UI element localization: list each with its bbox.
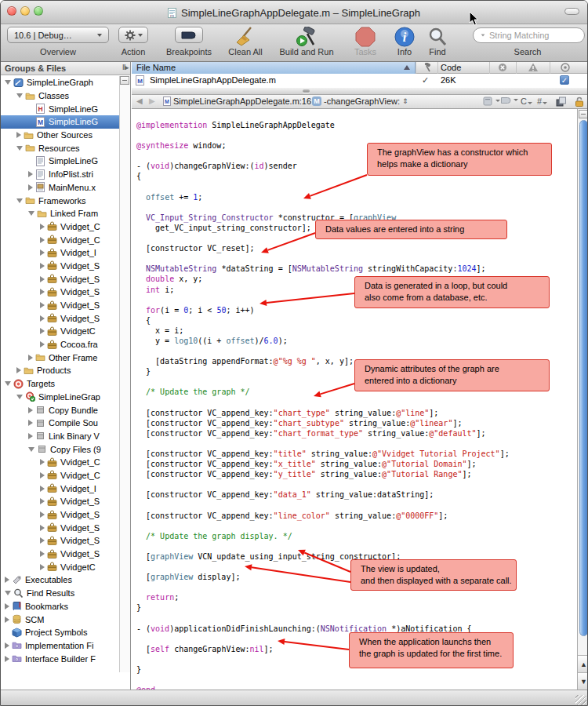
disclosure-triangle-icon[interactable] — [16, 132, 21, 138]
disclosure-triangle-icon[interactable] — [5, 642, 9, 649]
disclosure-triangle-icon[interactable] — [40, 525, 45, 531]
scrollbar-thumb[interactable] — [579, 120, 588, 636]
disclosure-triangle-icon[interactable] — [16, 367, 21, 373]
sidebar-item-simplelineg[interactable]: SimpleLineG — [1, 155, 119, 168]
action-button[interactable] — [118, 27, 148, 43]
disclosure-triangle-icon[interactable] — [40, 511, 45, 518]
breakpoints-menu[interactable] — [500, 96, 518, 104]
pane-splitter[interactable] — [132, 88, 588, 95]
disclosure-triangle-icon[interactable] — [16, 93, 23, 98]
sidebar-item-classes[interactable]: Classes — [1, 89, 119, 103]
class-hierarchy-menu[interactable]: C — [521, 96, 532, 106]
sidebar-item-copy-files-9[interactable]: Copy Files (9 — [1, 442, 119, 456]
sidebar-item-vvidget-s[interactable]: Vvidget_S — [1, 521, 119, 534]
code-column-header[interactable]: Code — [441, 63, 461, 72]
disclosure-triangle-icon[interactable] — [5, 656, 9, 662]
forward-button[interactable]: ▶ — [149, 96, 155, 105]
sidebar-item-vvidget-s[interactable]: Vvidget_S — [1, 272, 119, 286]
splitter-dimple[interactable] — [303, 89, 310, 93]
target-column-header[interactable] — [561, 63, 570, 74]
disclosure-triangle-icon[interactable] — [28, 171, 33, 177]
disclosure-triangle-icon[interactable] — [40, 328, 45, 334]
sidebar-split-button[interactable] — [120, 76, 129, 85]
disclosure-triangle-icon[interactable] — [28, 211, 34, 216]
sidebar-item-vvidgetc[interactable]: VvidgetC — [1, 325, 119, 338]
sidebar-item-vvidget-s[interactable]: Vvidget_S — [1, 495, 119, 508]
warnings-column-header[interactable] — [528, 63, 539, 74]
sidebar-item-cocoa-fra[interactable]: Cocoa.fra — [1, 338, 119, 351]
disclosure-triangle-icon[interactable] — [5, 603, 9, 610]
search-field[interactable] — [473, 27, 585, 43]
sidebar-item-products[interactable]: Products — [1, 364, 119, 377]
symbol-popup[interactable]: M -changeGraphView: ⇕ — [312, 96, 408, 106]
scroll-down-arrow[interactable]: ▼ — [578, 672, 588, 690]
disclosure-triangle-icon[interactable] — [28, 184, 33, 191]
disclosure-triangle-icon[interactable] — [40, 472, 45, 479]
errors-column-header[interactable] — [498, 63, 507, 74]
disclosure-triangle-icon[interactable] — [28, 355, 33, 361]
disclosure-triangle-icon[interactable] — [40, 249, 45, 256]
disclosure-triangle-icon[interactable] — [16, 198, 23, 203]
disclosure-triangle-icon[interactable] — [40, 459, 45, 465]
disclosure-triangle-icon[interactable] — [5, 617, 9, 623]
disclosure-triangle-icon[interactable] — [40, 551, 45, 557]
sidebar-item-infoplist-stri[interactable]: InfoPlist.stri — [1, 168, 119, 181]
breakpoints-button[interactable] — [175, 27, 203, 43]
includes-menu[interactable]: # — [537, 96, 547, 106]
disclosure-triangle-icon[interactable] — [40, 537, 45, 544]
bookmarks-menu[interactable] — [483, 96, 500, 106]
sidebar-item-vvidget-s[interactable]: Vvidget_S — [1, 508, 119, 522]
sidebar-item-vvidget-c[interactable]: Vvidget_C — [1, 233, 119, 246]
disclosure-triangle-icon[interactable] — [5, 577, 9, 583]
sidebar-item-simplelineg[interactable]: MSimpleLineG — [1, 115, 119, 129]
sidebar-item-vvidget-s[interactable]: Vvidget_S — [1, 260, 119, 273]
disclosure-triangle-icon[interactable] — [16, 395, 23, 399]
file-row[interactable]: M SimpleLineGraphAppDelegate.m ✓ 26K ✓ — [132, 74, 588, 88]
sidebar-item-linked-fram[interactable]: Linked Fram — [1, 207, 119, 220]
sidebar-item-implementation-fi[interactable]: Implementation Fi — [1, 639, 119, 653]
file-history-popup[interactable]: M SimpleLineGraphAppDelegate.m:16 ⇕ — [163, 96, 320, 106]
sidebar-item-other-frame[interactable]: Other Frame — [1, 351, 119, 364]
sidebar-item-executables[interactable]: Executables — [1, 573, 119, 587]
sidebar-item-find-results[interactable]: Find Results — [1, 587, 119, 600]
sidebar-item-mainmenu-x[interactable]: MainMenu.x — [1, 181, 119, 195]
sidebar-item-vvidget-i[interactable]: Vvidget_I — [1, 246, 119, 260]
resize-grip[interactable] — [575, 695, 586, 706]
search-input[interactable] — [488, 30, 588, 41]
counterpart-button[interactable] — [556, 96, 566, 107]
scroll-up-arrow[interactable]: ▲ — [578, 655, 588, 672]
disclosure-triangle-icon[interactable] — [40, 498, 45, 504]
sidebar-item-simplelinegraph[interactable]: SimpleLineGraph — [1, 76, 119, 89]
sidebar-scrollbar[interactable] — [119, 76, 130, 672]
sidebar-item-compile-sou[interactable]: Compile Sou — [1, 417, 119, 430]
sidebar-item-copy-bundle[interactable]: Copy Bundle — [1, 403, 119, 417]
sidebar-item-vvidget-s[interactable]: Vvidget_S — [1, 534, 119, 548]
disclosure-triangle-icon[interactable] — [5, 381, 11, 386]
sidebar-item-vvidget-c[interactable]: Vvidget_C — [1, 469, 119, 482]
editor-vertical-scrollbar[interactable]: ▲ ▼ — [577, 109, 588, 690]
disclosure-triangle-icon[interactable] — [5, 80, 11, 85]
disclosure-triangle-icon[interactable] — [40, 341, 45, 348]
sidebar-item-simplelinegrap[interactable]: SimpleLineGrap — [1, 391, 119, 404]
sidebar-item-simplelineg[interactable]: HSimpleLineG — [1, 102, 119, 115]
disclosure-triangle-icon[interactable] — [16, 146, 23, 151]
disclosure-triangle-icon[interactable] — [40, 224, 45, 230]
disclosure-triangle-icon[interactable] — [28, 433, 33, 439]
back-button[interactable]: ◀ — [136, 96, 143, 105]
code-editor[interactable]: @implementation SimpleLineGraphAppDelega… — [132, 109, 588, 690]
disclosure-triangle-icon[interactable] — [40, 276, 45, 282]
disclosure-triangle-icon[interactable] — [40, 237, 45, 243]
sidebar-item-vvidget-s[interactable]: Vvidget_S — [1, 286, 119, 299]
disclosure-triangle-icon[interactable] — [40, 486, 45, 492]
sidebar-item-vvidget-s[interactable]: Vvidget_S — [1, 311, 119, 325]
overview-popup[interactable]: 10.6 | Debug… — [7, 27, 109, 43]
sidebar-item-targets[interactable]: Targets — [1, 377, 119, 391]
splitter-toggle-icon[interactable]: ‖▸ — [122, 64, 128, 71]
file-name-column-header[interactable]: File Name — [132, 62, 416, 74]
sidebar-item-resources[interactable]: Resources — [1, 141, 119, 155]
sidebar-item-other-sources[interactable]: Other Sources — [1, 129, 119, 142]
disclosure-triangle-icon[interactable] — [28, 407, 33, 413]
disclosure-triangle-icon[interactable] — [40, 564, 45, 570]
sidebar-item-scm[interactable]: SCM — [1, 613, 119, 626]
sidebar-item-bookmarks[interactable]: Bookmarks — [1, 600, 119, 613]
